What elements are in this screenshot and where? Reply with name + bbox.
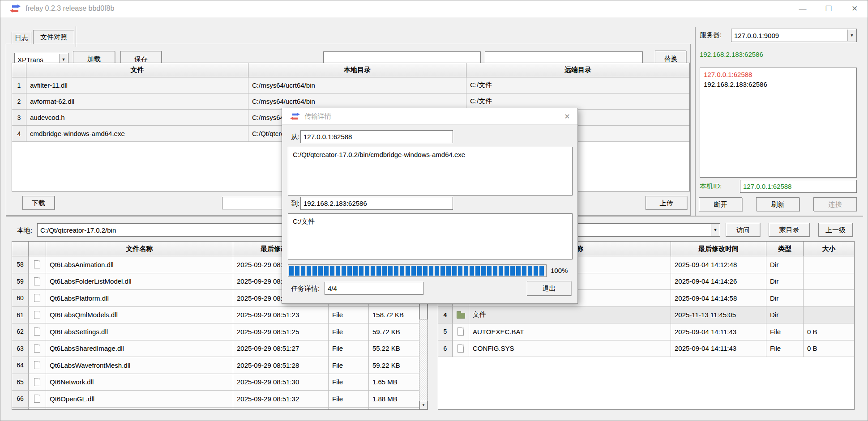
file-icon-cell[interactable]	[29, 256, 46, 273]
file-name-cell[interactable]: Qt6LabsQmlModels.dll	[46, 307, 233, 323]
modified-cell[interactable]	[233, 408, 329, 410]
modified-cell[interactable]: 2025-11-13 11:45:05	[671, 307, 766, 323]
file-cell[interactable]: audevcod.h	[26, 110, 248, 125]
type-cell[interactable]: File	[329, 340, 369, 357]
row-number[interactable]: 61	[12, 307, 29, 323]
file-icon-cell[interactable]	[29, 374, 46, 391]
local-id-field[interactable]: 127.0.0.1:62588	[740, 180, 857, 193]
maximize-button[interactable]: ☐	[816, 0, 842, 17]
minimize-button[interactable]: —	[790, 0, 816, 17]
row-number[interactable]: 60	[12, 290, 29, 306]
row-number[interactable]: 6	[438, 340, 453, 357]
download-button[interactable]: 下载	[22, 196, 55, 210]
chevron-down-icon[interactable]: ▼	[847, 30, 856, 41]
local-dir-cell[interactable]: C:/msys64/ucrt64/bin	[248, 77, 466, 93]
modified-cell[interactable]: 2025-09-29 08:51:25	[233, 323, 329, 340]
file-name-cell[interactable]: CONFIG.SYS	[469, 340, 671, 357]
size-cell[interactable]: 0 B	[804, 340, 854, 357]
type-cell[interactable]: File	[766, 340, 804, 357]
size-cell[interactable]	[804, 290, 854, 306]
size-cell[interactable]: 55.22 KB	[369, 340, 411, 357]
close-button[interactable]: ✕	[842, 0, 868, 17]
file-icon-cell[interactable]	[453, 340, 469, 357]
server-combobox[interactable]: 127.0.0.1:9009 ▼	[731, 29, 857, 42]
file-icon-cell[interactable]	[29, 408, 46, 410]
type-cell[interactable]: Dir	[766, 256, 804, 273]
local-dir-cell[interactable]: C:/msys64/ucrt64/bin	[248, 94, 466, 109]
type-cell[interactable]: Dir	[766, 290, 804, 306]
file-icon-cell[interactable]	[29, 357, 46, 374]
row-number[interactable]: 58	[12, 256, 29, 273]
size-cell[interactable]: 0 B	[804, 323, 854, 340]
type-cell[interactable]: File	[329, 357, 369, 374]
row-number[interactable]: 63	[12, 340, 29, 357]
client-item[interactable]: 192.168.2.183:62586	[704, 80, 853, 89]
refresh-button[interactable]: 刷新	[756, 197, 800, 211]
modified-cell[interactable]: 2025-09-04 14:14:26	[671, 273, 766, 290]
size-cell[interactable]	[804, 307, 854, 323]
source-path-textarea[interactable]: C:/Qt/qtcreator-17.0.2/bin/cmdbridge-win…	[288, 147, 573, 196]
row-number[interactable]: 66	[12, 391, 29, 407]
table-row[interactable]: 2avformat-62.dllC:/msys64/ucrt64/binC:/文…	[12, 94, 689, 110]
size-cell[interactable]: 1.88 MB	[369, 391, 411, 407]
row-number[interactable]: 5	[438, 323, 453, 340]
type-cell[interactable]: File	[766, 323, 804, 340]
row-number[interactable]: 64	[12, 357, 29, 374]
file-cell[interactable]: cmdbridge-windows-amd64.exe	[26, 126, 248, 141]
type-cell[interactable]	[329, 408, 369, 410]
header-modified[interactable]: 最后修改时间	[671, 242, 766, 256]
file-cell[interactable]: avfilter-11.dll	[26, 77, 248, 93]
file-name-cell[interactable]: AUTOEXEC.BAT	[469, 323, 671, 340]
header-remote-dir[interactable]: 远端目录	[466, 63, 689, 77]
header-size[interactable]: 大小	[804, 242, 854, 256]
row-number[interactable]	[12, 408, 29, 410]
file-name-cell[interactable]: Qt6LabsWavefrontMesh.dll	[46, 357, 233, 374]
modified-cell[interactable]: 2025-09-29 08:51:28	[233, 357, 329, 374]
file-name-cell[interactable]: Qt6LabsSettings.dll	[46, 323, 233, 340]
size-cell[interactable]: 1.65 MB	[369, 374, 411, 391]
modified-cell[interactable]: 2025-09-04 14:11:43	[671, 323, 766, 340]
file-name-cell[interactable]: Qt6LabsSharedImage.dll	[46, 340, 233, 357]
chevron-down-icon[interactable]: ▼	[711, 224, 719, 236]
visit-button[interactable]: 访问	[726, 223, 760, 237]
table-row[interactable]: 64Qt6LabsWavefrontMesh.dll2025-09-29 08:…	[12, 357, 428, 374]
row-number[interactable]: 62	[12, 323, 29, 340]
home-dir-button[interactable]: 家目录	[769, 223, 810, 237]
file-icon-cell[interactable]	[29, 307, 46, 323]
file-name-cell[interactable]: Qt6LabsFolderListModel.dll	[46, 273, 233, 290]
row-number[interactable]: 3	[12, 110, 26, 125]
size-cell[interactable]: 59.72 KB	[369, 323, 411, 340]
scroll-down-icon[interactable]: ▼	[419, 401, 428, 409]
file-icon-cell[interactable]	[29, 273, 46, 290]
file-icon-cell[interactable]	[453, 307, 469, 323]
disconnect-button[interactable]: 断开	[699, 197, 742, 211]
row-number[interactable]: 1	[12, 77, 26, 93]
table-row[interactable]: 61Qt6LabsQmlModels.dll2025-09-29 08:51:2…	[12, 307, 428, 324]
size-cell[interactable]	[804, 256, 854, 273]
to-field[interactable]: 192.168.2.183:62586	[300, 197, 453, 210]
modified-cell[interactable]: 2025-09-29 08:51:32	[233, 391, 329, 407]
table-row[interactable]: 4文件2025-11-13 11:45:05Dir	[438, 307, 854, 324]
file-name-cell[interactable]: Qt6Network.dll	[46, 374, 233, 391]
table-row[interactable]: 62Qt6LabsSettings.dll2025-09-29 08:51:25…	[12, 323, 428, 340]
file-name-cell[interactable]	[46, 408, 233, 410]
row-number[interactable]: 65	[12, 374, 29, 391]
modified-cell[interactable]: 2025-09-04 14:14:58	[671, 290, 766, 306]
header-file-name[interactable]: 文件名称	[46, 242, 233, 256]
row-number[interactable]: 2	[12, 94, 26, 109]
table-row[interactable]: 6CONFIG.SYS2025-09-04 14:11:43File0 B	[438, 340, 854, 357]
client-list[interactable]: 127.0.0.1:62588 192.168.2.183:62586	[700, 68, 857, 178]
type-cell[interactable]: File	[329, 307, 369, 323]
table-row[interactable]: 5AUTOEXEC.BAT2025-09-04 14:11:43File0 B	[438, 323, 854, 340]
type-cell[interactable]: Dir	[766, 307, 804, 323]
client-item[interactable]: 127.0.0.1:62588	[704, 70, 853, 80]
upload-button[interactable]: 上传	[646, 196, 687, 210]
file-icon-cell[interactable]	[29, 391, 46, 407]
modified-cell[interactable]: 2025-09-29 08:51:30	[233, 374, 329, 391]
size-cell[interactable]: 158.72 KB	[369, 307, 411, 323]
file-cell[interactable]: avformat-62.dll	[26, 94, 248, 109]
row-number[interactable]: 59	[12, 273, 29, 290]
file-name-cell[interactable]: 文件	[469, 307, 671, 323]
parent-dir-button[interactable]: 上一级	[818, 223, 853, 237]
file-name-cell[interactable]: Qt6OpenGL.dll	[46, 391, 233, 407]
